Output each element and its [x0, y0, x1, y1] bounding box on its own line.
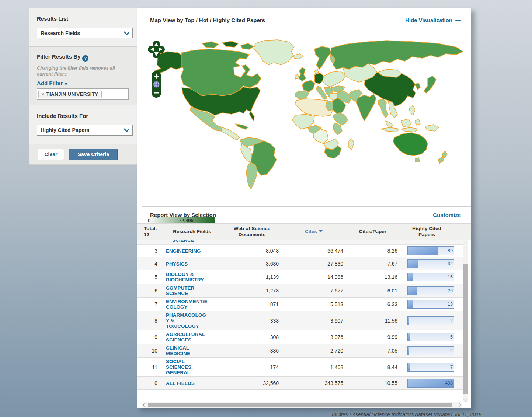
hcp-bar-fill	[408, 333, 410, 341]
hcp-bar-value: 13	[448, 302, 453, 307]
row-cites-per-paper: 6.33	[347, 301, 399, 307]
research-field-link[interactable]: CLINICALMEDICINE	[161, 345, 223, 356]
filter-tags-box: × TIANJIN UNIVERSITY	[37, 88, 129, 100]
map-pan-control[interactable]	[148, 40, 165, 68]
row-rank: 8	[137, 318, 161, 324]
filter-heading-text: Filter Results By	[37, 53, 80, 60]
hcp-bar-fill	[408, 287, 417, 295]
row-hcp-cell: 438	[399, 379, 455, 388]
clear-button[interactable]: Clear	[38, 149, 64, 160]
research-field-link[interactable]: ENGINEERING	[161, 248, 223, 254]
row-rank: 9	[137, 334, 161, 340]
research-field-link[interactable]: SOCIALSCIENCES,GENERAL	[161, 359, 223, 375]
sort-desc-icon	[319, 230, 323, 232]
hcp-bar-fill	[408, 300, 413, 308]
remove-filter-icon[interactable]: ×	[41, 91, 44, 97]
col-wos-documents: Web of Science Documents	[223, 226, 281, 238]
research-field-link[interactable]: ENVIRONMENT/ECOLOGY	[161, 299, 223, 310]
main-panel: Map View by Top / Hot / Highly Cited Pap…	[137, 8, 471, 408]
row-hcp-cell: 16	[399, 273, 455, 281]
table-row: 5 BIOLOGY &BIOCHEMISTRY 1,139 14,986 13.…	[137, 270, 463, 284]
research-field-link[interactable]: BIOLOGY &BIOCHEMISTRY	[161, 271, 223, 283]
scroll-up-button[interactable]	[463, 240, 468, 246]
row-hcp-cell: 5	[399, 333, 455, 341]
scroll-right-button[interactable]	[456, 402, 462, 408]
row-hcp-cell: 32	[399, 259, 455, 268]
scroll-left-button[interactable]	[142, 402, 147, 408]
row-cites-per-paper: 9.99	[347, 334, 399, 340]
save-criteria-button[interactable]: Save Criteria	[69, 149, 118, 160]
col-cites-label: Cites	[305, 229, 317, 234]
row-cites: 343,575	[281, 380, 347, 386]
table-row: 11 SOCIALSCIENCES,GENERAL 174 1,468 8.44…	[137, 358, 463, 377]
hide-visualization-label[interactable]: Hide Visualization	[405, 17, 452, 23]
row-cites: 3,907	[281, 318, 347, 324]
filter-tag[interactable]: × TIANJIN UNIVERSITY	[38, 90, 102, 98]
row-hcp-cell: 2	[399, 346, 455, 355]
hcp-bar-fill	[408, 247, 438, 255]
vertical-scroll-thumb[interactable]	[463, 264, 468, 394]
row-rank: 7	[137, 301, 161, 307]
help-icon[interactable]: ?	[82, 55, 88, 62]
hcp-bar-value: 89	[448, 248, 453, 253]
scroll-down-button[interactable]	[463, 397, 468, 402]
globe-icon	[153, 81, 160, 88]
hcp-bar-value: 5	[450, 334, 453, 340]
world-map[interactable]	[137, 32, 471, 192]
research-field-link[interactable]: COMPUTERSCIENCE	[161, 285, 223, 296]
map-zoom-control[interactable]	[152, 71, 161, 98]
hcp-bar-value: 7	[450, 365, 453, 370]
include-results-heading: Include Results For	[37, 113, 129, 119]
row-rank: 0	[137, 380, 161, 386]
chevron-down-icon[interactable]	[121, 125, 132, 135]
hcp-bar-value: 32	[448, 261, 453, 266]
hcp-bar-fill	[408, 363, 410, 371]
row-wos-documents: 338	[223, 318, 281, 324]
footer-note: InCites Essential Science Indicators dat…	[332, 411, 481, 417]
row-wos-documents: 1,278	[223, 288, 281, 294]
row-cites: 66,474	[281, 248, 347, 254]
row-wos-documents: 3,630	[223, 261, 281, 267]
row-hcp-cell: 89	[399, 246, 455, 255]
row-wos-documents: 386	[223, 348, 281, 354]
table-row: 9 AGRICULTURALSCIENCES 308 3,076 9.99 5	[137, 330, 463, 344]
research-field-link[interactable]: PHYSICS	[161, 261, 223, 267]
table-row: 4 PHYSICS 3,630 27,830 7.67 32	[137, 257, 463, 270]
customize-link[interactable]: Customize	[433, 212, 461, 218]
results-list-section: Results List Research Fields	[29, 8, 137, 47]
horizontal-scrollbar[interactable]	[142, 402, 462, 408]
research-field-link[interactable]: PHARMACOLOGY &TOXICOLOGY	[161, 312, 223, 329]
hcp-bar: 7	[407, 363, 454, 372]
table-row: 6 COMPUTERSCIENCE 1,278 7,677 6.01 26	[137, 284, 463, 298]
row-hcp-cell: 7	[399, 363, 455, 372]
filter-section: Filter Results By? Changing the filter f…	[29, 47, 137, 105]
add-filter-link[interactable]: Add Filter »	[37, 80, 67, 86]
row-rank: 3	[137, 248, 161, 254]
hide-visualization-link[interactable]: Hide Visualization	[405, 17, 461, 23]
include-results-dropdown[interactable]: Highly Cited Papers	[37, 125, 133, 136]
hcp-bar: 26	[407, 286, 454, 295]
row-cites-per-paper: 13.16	[347, 274, 399, 280]
chevron-down-icon[interactable]	[121, 28, 132, 38]
research-field-link[interactable]: ALL FIELDS	[161, 381, 223, 386]
row-cites-per-paper: 7.67	[347, 261, 399, 267]
row-wos-documents: 32,560	[223, 380, 281, 386]
vertical-scrollbar[interactable]	[463, 240, 468, 402]
col-cites-sort[interactable]: Cites	[281, 229, 347, 235]
sidebar: Results List Research Fields Filter Resu…	[29, 8, 137, 165]
map-view-header: Map View by Top / Hot / Highly Cited Pap…	[142, 8, 471, 32]
research-field-link[interactable]: AGRICULTURALSCIENCES	[161, 332, 223, 343]
results-list-dropdown[interactable]: Research Fields	[37, 28, 133, 38]
row-cites-per-paper: 6.01	[347, 288, 399, 294]
row-cites-per-paper: 11.56	[347, 318, 399, 324]
minus-icon	[455, 20, 461, 21]
horizontal-scroll-thumb[interactable]	[148, 403, 452, 407]
table-row: 0 ALL FIELDS 32,560 343,575 10.55 438	[137, 377, 463, 390]
table-row: 10 CLINICALMEDICINE 386 2,720 7.05 2	[137, 344, 463, 358]
table-header: Total: 12 Research Fields Web of Science…	[137, 223, 471, 240]
filter-tag-label: TIANJIN UNIVERSITY	[46, 91, 98, 97]
results-list-dropdown-value: Research Fields	[37, 30, 121, 36]
filter-heading: Filter Results By?	[37, 53, 129, 62]
hcp-bar-value: 2	[450, 318, 453, 323]
row-cites: 7,677	[281, 288, 347, 294]
